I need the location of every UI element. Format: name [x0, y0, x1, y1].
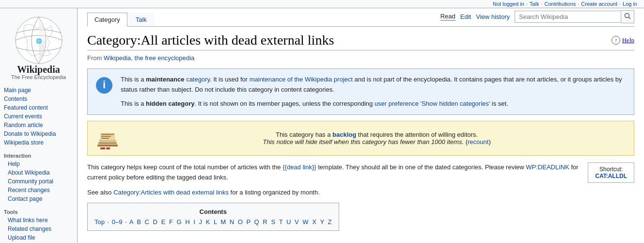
sidebar: 🌐 Wikipedia The Free Encyclopedia Main p…	[0, 8, 78, 243]
contents-l-link[interactable]: L	[214, 218, 217, 226]
shortcut-link[interactable]: CAT:ALLDL	[595, 173, 627, 179]
tabs-right: Read Edit View history	[440, 10, 634, 26]
tabs-bar: Category Talk Read Edit View history	[87, 8, 634, 27]
category-link[interactable]: category	[186, 76, 210, 83]
contents-d-link[interactable]: D	[153, 218, 157, 226]
sidebar-logo: 🌐 Wikipedia The Free Encyclopedia	[0, 12, 77, 86]
contents-top-link[interactable]: Top	[94, 218, 105, 226]
contents-r-link[interactable]: R	[263, 218, 267, 226]
svg-point-3	[625, 14, 629, 18]
page-title: Category:All articles with dead external…	[87, 32, 634, 50]
contents-m-link[interactable]: M	[220, 218, 226, 226]
sidebar-item-donate[interactable]: Donate to Wikipedia	[0, 130, 77, 138]
shortcut-box: Shortcut: CAT:ALLDL	[588, 162, 634, 183]
contents-title: Contents	[94, 208, 332, 215]
contents-j-link[interactable]: J	[199, 218, 203, 226]
contents-z-link[interactable]: Z	[328, 218, 332, 226]
infobox-line1: This is a maintenance category. It is us…	[121, 75, 626, 95]
tab-read[interactable]: Read	[440, 13, 456, 21]
recount-link[interactable]: recount	[468, 138, 488, 146]
help-circle-icon: ?	[612, 36, 620, 45]
free-encyclopedia-link[interactable]: the free encyclopedia	[135, 54, 195, 62]
sidebar-item-help[interactable]: Help	[0, 160, 77, 168]
contents-09-link[interactable]: 0–9	[112, 218, 123, 226]
contents-c-link[interactable]: C	[145, 218, 149, 226]
sidebar-item-recent-changes[interactable]: Recent changes	[0, 186, 77, 194]
contents-k-link[interactable]: K	[206, 218, 210, 226]
backlog-icon	[95, 126, 120, 150]
main-layout: 🌐 Wikipedia The Free Encyclopedia Main p…	[0, 8, 644, 243]
backlog-line2: This notice will hide itself when this c…	[127, 138, 626, 146]
sidebar-item-contact[interactable]: Contact page	[0, 194, 77, 203]
svg-rect-11	[97, 145, 118, 146]
info-icon: i	[95, 77, 113, 94]
sidebar-item-store[interactable]: Wikipedia store	[0, 138, 77, 147]
maintenance-infobox: i This is a maintenance category. It is …	[87, 68, 634, 115]
tab-category[interactable]: Category	[87, 13, 127, 27]
contents-a-link[interactable]: A	[129, 218, 133, 226]
sidebar-item-main-page[interactable]: Main page	[0, 86, 77, 95]
contents-q-link[interactable]: Q	[254, 218, 259, 226]
cat-articles-dead-link[interactable]: Category:Articles with dead external lin…	[113, 189, 229, 196]
search-button[interactable]	[621, 10, 634, 23]
svg-rect-14	[101, 136, 111, 137]
tab-edit[interactable]: Edit	[460, 13, 471, 20]
backlog-box: This category has a backlog that require…	[87, 121, 634, 156]
sidebar-item-upload-file[interactable]: Upload file	[0, 233, 77, 242]
wikipedia-link[interactable]: Wikipedia	[104, 54, 131, 62]
contents-i-link[interactable]: I	[193, 218, 195, 226]
svg-text:i: i	[103, 79, 106, 91]
page-title-help[interactable]: ? Help	[612, 36, 634, 45]
maintenance-project-link[interactable]: maintenance of the Wikipedia project	[250, 76, 353, 83]
tab-talk[interactable]: Talk	[128, 13, 154, 26]
contents-s-link[interactable]: S	[271, 218, 275, 226]
sidebar-item-featured-content[interactable]: Featured content	[0, 103, 77, 112]
wiki-subtitle: The Free Encyclopedia	[11, 74, 66, 80]
dead-link-template-link[interactable]: {{dead link}}	[283, 163, 316, 171]
contents-g-link[interactable]: G	[177, 218, 182, 226]
contents-box: Contents Top · 0–9 · A B C D E F G	[87, 203, 339, 231]
svg-text:🌐: 🌐	[36, 38, 42, 44]
sidebar-item-random-article[interactable]: Random article	[0, 121, 77, 130]
contents-links: Top · 0–9 · A B C D E F G H	[94, 218, 332, 226]
contents-t-link[interactable]: T	[279, 218, 283, 226]
contents-w-link[interactable]: W	[302, 218, 308, 226]
user-preference-link[interactable]: user preference 'Show hidden categories'	[375, 100, 490, 107]
sidebar-navigation: Main page Contents Featured content Curr…	[0, 86, 77, 147]
sidebar-tools: Tools What links here Related changes Up…	[0, 207, 77, 242]
shortcut-label: Shortcut:	[595, 166, 627, 173]
tab-view-history[interactable]: View history	[476, 13, 510, 20]
contents-p-link[interactable]: P	[247, 218, 251, 226]
contents-b-link[interactable]: B	[137, 218, 141, 226]
contents-y-link[interactable]: Y	[320, 218, 324, 226]
contents-x-link[interactable]: X	[312, 218, 316, 226]
search-icon	[624, 13, 631, 19]
svg-rect-16	[100, 147, 105, 149]
sidebar-item-related-changes[interactable]: Related changes	[0, 225, 77, 233]
contributions-link[interactable]: Contributions	[544, 1, 576, 7]
content-area: Category Talk Read Edit View history	[78, 8, 644, 243]
not-logged-in-link[interactable]: Not logged in	[493, 1, 524, 7]
contents-n-link[interactable]: N	[230, 218, 234, 226]
contents-o-link[interactable]: O	[238, 218, 243, 226]
wp-deadlink-link[interactable]: WP:DEADLINK	[526, 163, 569, 171]
help-link[interactable]: Help	[622, 36, 634, 44]
sidebar-item-community-portal[interactable]: Community portal	[0, 177, 77, 186]
sidebar-item-about[interactable]: About Wikipedia	[0, 168, 77, 177]
search-input[interactable]	[515, 11, 621, 23]
backlog-line1: This category has a backlog that require…	[127, 131, 626, 138]
sidebar-item-contents[interactable]: Contents	[0, 95, 77, 103]
contents-h-link[interactable]: H	[185, 218, 189, 226]
sidebar-item-what-links-here[interactable]: What links here	[0, 216, 77, 225]
contents-u-link[interactable]: U	[286, 218, 291, 226]
infobox-line2: This is a hidden category. It is not sho…	[121, 99, 626, 109]
backlog-link[interactable]: backlog	[332, 131, 356, 138]
log-in-link[interactable]: Log in	[623, 1, 637, 7]
contents-v-link[interactable]: V	[295, 218, 299, 226]
sidebar-item-current-events[interactable]: Current events	[0, 112, 77, 121]
contents-f-link[interactable]: F	[169, 218, 173, 226]
talk-link[interactable]: Talk	[530, 1, 539, 7]
svg-rect-17	[106, 147, 110, 149]
create-account-link[interactable]: Create account	[581, 1, 617, 7]
contents-e-link[interactable]: E	[161, 218, 166, 226]
